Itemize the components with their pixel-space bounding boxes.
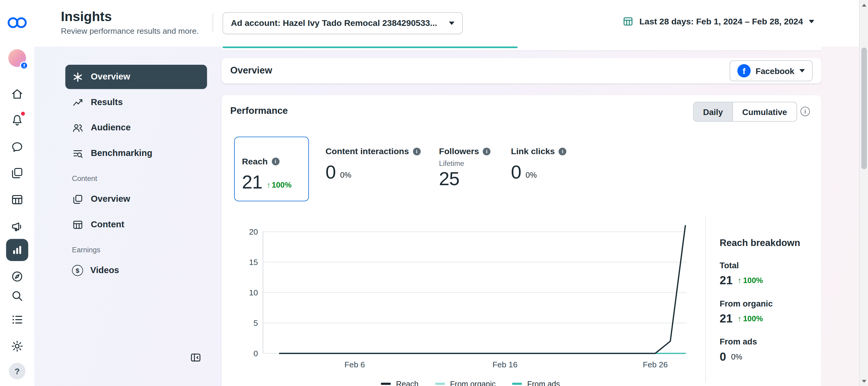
sidebar-item-content[interactable]: Content bbox=[65, 212, 207, 237]
platform-selector[interactable]: f Facebook bbox=[730, 60, 813, 81]
legend-item: From organic bbox=[435, 379, 496, 386]
metric-card-followers[interactable]: Followers i Lifetime 25 bbox=[439, 137, 495, 188]
scroll-thumb[interactable] bbox=[861, 47, 867, 169]
rail-ads-button[interactable] bbox=[7, 217, 27, 237]
metric-change: 0% bbox=[340, 170, 351, 182]
collapse-sidebar-button[interactable] bbox=[188, 350, 203, 364]
meta-logo[interactable] bbox=[5, 15, 29, 30]
metric-change: ↑ 100% bbox=[267, 180, 291, 191]
line-chart: 05101520Feb 6Feb 16Feb 26 bbox=[244, 221, 698, 371]
metric-card-reach[interactable]: Reach i 21 ↑ 100% bbox=[234, 137, 309, 202]
bullet-list-icon bbox=[10, 313, 24, 326]
rail-posts-button[interactable] bbox=[7, 163, 27, 183]
toggle-daily[interactable]: Daily bbox=[693, 102, 732, 121]
breakdown-change-value: 100% bbox=[743, 276, 763, 285]
header-divider bbox=[213, 14, 213, 33]
rail-insights-button[interactable] bbox=[6, 239, 28, 261]
sidebar-item-benchmarking[interactable]: Benchmarking bbox=[65, 141, 207, 165]
metric-value: 0 bbox=[326, 163, 336, 181]
svg-text:20: 20 bbox=[249, 227, 258, 236]
rail-ads-manager-button[interactable] bbox=[7, 267, 27, 286]
top-bar: Insights Review performance results and … bbox=[0, 0, 859, 46]
collapse-panel-icon bbox=[190, 351, 201, 363]
breakdown-row: 21 ↑ 100% bbox=[720, 312, 819, 325]
sidebar-item-videos[interactable]: $ Videos bbox=[65, 258, 207, 283]
rail-search-button[interactable] bbox=[7, 286, 27, 306]
megaphone-icon bbox=[10, 220, 24, 233]
metric-value: 25 bbox=[439, 169, 460, 188]
info-icon[interactable]: i bbox=[559, 147, 567, 155]
sidebar-item-content-overview[interactable]: Overview bbox=[65, 187, 207, 211]
facebook-badge-icon: f bbox=[20, 62, 28, 70]
sidebar-section-earnings: Earnings bbox=[72, 246, 207, 254]
rail-notifications-button[interactable] bbox=[7, 110, 27, 130]
info-icon[interactable]: i bbox=[483, 147, 491, 155]
breakdown-value: 0 bbox=[720, 350, 726, 363]
metric-label: Reach i bbox=[242, 156, 301, 166]
reach-chart: 05101520Feb 6Feb 16Feb 26 bbox=[244, 221, 698, 371]
sidebar-item-label: Benchmarking bbox=[91, 148, 152, 158]
sidebar-item-overview[interactable]: Overview bbox=[65, 65, 207, 89]
legend-mark-icon bbox=[381, 383, 391, 385]
table-icon bbox=[10, 193, 24, 206]
svg-text:15: 15 bbox=[249, 258, 258, 267]
breakdown-change: ↑ 100% bbox=[738, 314, 763, 323]
chevron-down-icon bbox=[809, 20, 814, 23]
svg-text:Feb 26: Feb 26 bbox=[643, 360, 668, 369]
sidebar-item-label: Audience bbox=[91, 123, 130, 133]
metric-label-text: Followers bbox=[439, 147, 479, 156]
overview-card-title: Overview bbox=[230, 65, 272, 76]
rail-more-tools-button[interactable] bbox=[7, 310, 27, 330]
breakdown-change-value: 100% bbox=[743, 314, 763, 323]
panel-divider bbox=[705, 216, 706, 383]
info-icon[interactable]: i bbox=[413, 147, 421, 155]
audience-people-icon bbox=[72, 122, 84, 134]
info-icon[interactable]: i bbox=[272, 157, 279, 165]
svg-text:Feb 16: Feb 16 bbox=[493, 360, 518, 369]
gear-icon bbox=[10, 340, 24, 353]
ad-account-selector[interactable]: Ad account: Hazel Ivy Tado Remocal 23842… bbox=[222, 12, 463, 34]
rail-settings-button[interactable] bbox=[7, 336, 27, 356]
bar-chart-icon bbox=[10, 243, 24, 256]
profile-avatar[interactable]: f bbox=[7, 48, 27, 68]
metric-value-row: 21 ↑ 100% bbox=[242, 172, 301, 191]
reach-breakdown-panel: Reach breakdown Total 21 ↑ 100% From org… bbox=[720, 238, 819, 363]
ad-account-label: Ad account: Hazel Ivy Tado Remocal 23842… bbox=[231, 19, 443, 28]
legend-label: Reach bbox=[396, 379, 418, 386]
metric-value: 0 bbox=[511, 163, 521, 181]
facebook-logo-icon: f bbox=[737, 64, 750, 77]
date-range-selector[interactable]: Last 28 days: Feb 1, 2024 – Feb 28, 2024 bbox=[622, 15, 814, 27]
rail-planner-button[interactable] bbox=[7, 190, 27, 210]
rail-messages-button[interactable] bbox=[7, 137, 27, 157]
left-icon-rail: f bbox=[0, 0, 34, 386]
info-glyph: i bbox=[275, 159, 276, 164]
vertical-scrollbar[interactable] bbox=[859, 0, 868, 386]
chevron-down-icon bbox=[799, 69, 805, 73]
breakdown-change: 0% bbox=[731, 352, 742, 361]
scroll-down-arrow[interactable] bbox=[860, 377, 868, 385]
rail-help-button[interactable]: ? bbox=[7, 361, 27, 381]
breakdown-change: ↑ 100% bbox=[738, 276, 763, 285]
metric-card-link-clicks[interactable]: Link clicks i 0 0% bbox=[511, 137, 566, 182]
up-arrow-icon: ↑ bbox=[738, 276, 741, 285]
toggle-cumulative[interactable]: Cumulative bbox=[733, 102, 797, 121]
metric-card-content-interactions[interactable]: Content interactions i 0 0% bbox=[326, 137, 422, 182]
sidebar-item-results[interactable]: Results bbox=[65, 90, 207, 114]
meta-infinity-icon bbox=[6, 15, 28, 30]
scroll-up-arrow[interactable] bbox=[860, 1, 868, 9]
legend-item: Reach bbox=[381, 379, 418, 386]
sidebar-item-audience[interactable]: Audience bbox=[65, 116, 207, 140]
svg-text:Feb 6: Feb 6 bbox=[344, 360, 365, 369]
info-glyph: i bbox=[804, 108, 806, 114]
sidebar-item-label: Results bbox=[91, 97, 123, 107]
results-trend-icon bbox=[72, 97, 84, 108]
info-glyph: i bbox=[562, 149, 563, 154]
performance-info-icon[interactable]: i bbox=[801, 107, 810, 116]
sidebar-item-label: Content bbox=[91, 219, 124, 230]
breakdown-value: 21 bbox=[720, 274, 733, 287]
rail-home-button[interactable] bbox=[7, 84, 27, 104]
metric-value-row: 0 0% bbox=[326, 163, 422, 181]
svg-text:10: 10 bbox=[249, 288, 258, 297]
sidebar-section-content: Content bbox=[72, 174, 207, 183]
info-glyph: i bbox=[416, 149, 417, 154]
